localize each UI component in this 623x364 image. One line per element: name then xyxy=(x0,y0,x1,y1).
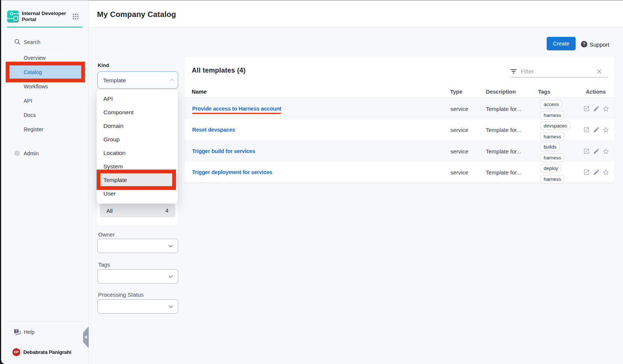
svg-text:?: ? xyxy=(15,329,17,333)
